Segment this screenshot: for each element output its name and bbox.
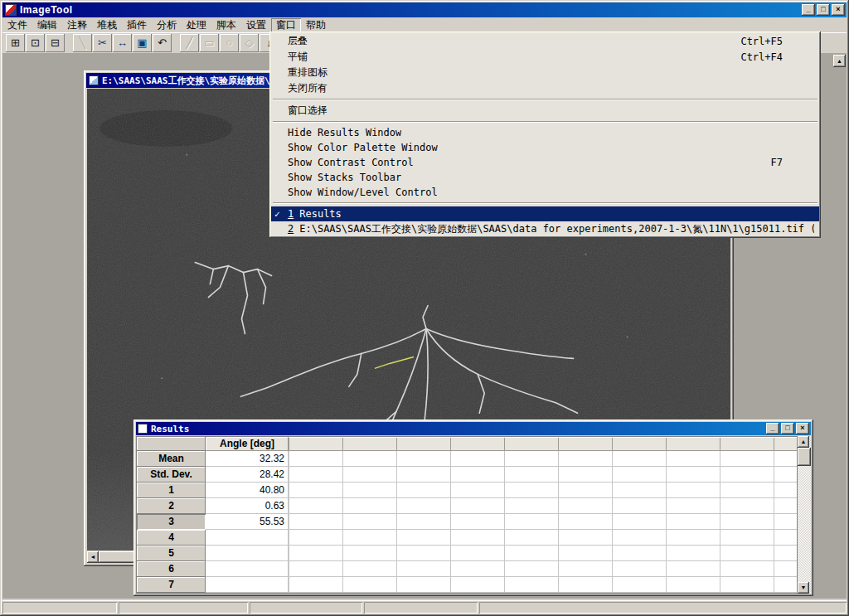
maximize-button[interactable]: □: [817, 4, 830, 16]
menu-separator: [273, 202, 817, 204]
measure-button[interactable]: ↔: [113, 34, 132, 52]
row-header-1[interactable]: 1: [137, 483, 206, 498]
scroll-thumb[interactable]: [798, 448, 811, 466]
table-row: 7: [137, 577, 797, 593]
mdi-scroll-up-button[interactable]: ▲: [833, 55, 846, 67]
print-button[interactable]: ⊟: [46, 34, 65, 52]
angle-cell[interactable]: 55.53: [206, 514, 289, 530]
menu-item-window-select[interactable]: 窗口选择: [271, 103, 819, 119]
table-row: 4: [137, 530, 797, 546]
row-header-6[interactable]: 6: [137, 561, 206, 577]
row-header-stddev[interactable]: Std. Dev.: [137, 467, 206, 483]
row-header-mean[interactable]: Mean: [137, 451, 206, 467]
menu-edit[interactable]: 编辑: [32, 18, 62, 32]
results-table: Angle [deg] Mean 32.32 Std. Dev. 28.42: [136, 436, 798, 594]
copy-page-button[interactable]: ⊡: [26, 34, 45, 52]
menu-window[interactable]: 窗口: [271, 18, 301, 32]
menu-settings[interactable]: 设置: [241, 18, 271, 32]
menu-script[interactable]: 脚本: [211, 18, 241, 32]
menu-item-show-color-palette[interactable]: Show Color Palette Window: [271, 140, 819, 155]
menu-help[interactable]: 帮助: [301, 18, 331, 32]
duplicate-image-button[interactable]: ⊞: [6, 34, 25, 52]
table-row: Mean 32.32: [137, 451, 797, 467]
status-panel: [479, 602, 847, 614]
row-header-7[interactable]: 7: [137, 577, 206, 593]
menu-process[interactable]: 处理: [182, 18, 211, 32]
angle-cell[interactable]: [206, 530, 289, 546]
angle-cell[interactable]: 32.32: [206, 451, 289, 467]
status-panel: [119, 602, 248, 614]
pencil-tool-button[interactable]: ╱: [180, 34, 199, 52]
titlebar[interactable]: ImageTool _ □ ×: [2, 2, 847, 17]
row-header-4[interactable]: 4: [137, 530, 206, 546]
menu-separator: [273, 99, 817, 100]
results-titlebar[interactable]: Results _ □ ×: [136, 422, 811, 435]
copy-button[interactable]: ▣: [133, 34, 152, 52]
table-row: 2 0.63: [137, 498, 797, 514]
table-row: 6: [137, 561, 797, 577]
minimize-button[interactable]: _: [802, 4, 815, 16]
table-row: 1 40.80: [137, 483, 797, 498]
menu-item-tile[interactable]: 平铺 Ctrl+F4: [271, 49, 819, 65]
menu-item-close-all[interactable]: 关闭所有: [271, 80, 819, 96]
scroll-down-button[interactable]: ▼: [798, 582, 809, 594]
results-maximize-button[interactable]: □: [781, 423, 794, 434]
menu-item-2-image-document[interactable]: 2 E:\SAAS\SAAS工作交接\实验原始数据\SAAS\data for …: [271, 221, 819, 236]
status-panel: [250, 602, 362, 614]
table-row: 3 55.53: [137, 514, 797, 530]
scroll-up-button[interactable]: ▲: [798, 436, 809, 448]
scroll-thumb[interactable]: [99, 551, 137, 563]
menu-item-show-stacks-toolbar[interactable]: Show Stacks Toolbar: [271, 170, 819, 185]
statusbar: [2, 600, 847, 614]
menu-stacks[interactable]: 堆栈: [92, 18, 122, 32]
results-close-button[interactable]: ×: [796, 423, 809, 434]
row-header-2[interactable]: 2: [137, 498, 206, 514]
menu-file[interactable]: 文件: [2, 18, 32, 32]
polygon-tool-button[interactable]: ◇: [240, 34, 259, 52]
menu-item-1-results[interactable]: ✓ 1 Results: [271, 206, 819, 221]
status-panel: [2, 602, 117, 614]
menu-item-hide-results-window[interactable]: Hide Results Window: [271, 125, 819, 140]
menu-analysis[interactable]: 分析: [152, 18, 182, 32]
menu-plugins[interactable]: 插件: [122, 18, 152, 32]
table-corner-cell[interactable]: [137, 437, 206, 451]
menu-annotate[interactable]: 注释: [62, 18, 92, 32]
status-panel: [364, 602, 478, 614]
table-row: Std. Dev. 28.42: [137, 467, 797, 483]
window-menu-dropdown: 层叠 Ctrl+F5 平铺 Ctrl+F4 重排图标 关闭所有 窗口选择 Hid…: [269, 32, 821, 238]
toolbar-separator: [172, 34, 179, 52]
angle-cell[interactable]: [206, 546, 289, 561]
image-document-icon: [89, 75, 99, 85]
cut-button[interactable]: ✂: [93, 34, 112, 52]
menu-separator: [273, 121, 817, 123]
angle-cell[interactable]: [206, 561, 289, 577]
undo-button[interactable]: ↶: [153, 34, 172, 52]
menu-item-arrange-icons[interactable]: 重排图标: [271, 65, 819, 80]
results-minimize-button[interactable]: _: [766, 423, 779, 434]
results-vertical-scrollbar[interactable]: ▲ ▼: [798, 436, 811, 594]
scroll-left-button[interactable]: ◄: [87, 551, 99, 563]
menu-item-cascade[interactable]: 层叠 Ctrl+F5: [271, 33, 819, 49]
angle-cell[interactable]: 28.42: [206, 467, 289, 483]
window-title: ImageTool: [20, 4, 802, 16]
menu-item-show-window-level-control[interactable]: Show Window/Level Control: [271, 185, 819, 200]
close-button[interactable]: ×: [832, 4, 845, 16]
empty-column-headers: [289, 437, 797, 451]
rectangle-tool-button[interactable]: ▭: [200, 34, 219, 52]
table-header-row: Angle [deg]: [137, 437, 797, 451]
menubar: 文件 编辑 注释 堆栈 插件 分析 处理 脚本 设置 窗口 帮助: [2, 17, 847, 32]
line-tool-button[interactable]: ╲: [73, 34, 92, 52]
results-window: Results _ □ × Angle [deg] Mean 32: [133, 420, 813, 596]
row-header-3[interactable]: 3: [137, 514, 206, 530]
angle-cell[interactable]: [206, 577, 289, 593]
row-header-5[interactable]: 5: [137, 546, 206, 561]
checkmark-icon: ✓: [274, 209, 288, 220]
toolbar-separator: [65, 34, 72, 52]
menu-item-show-contrast-control[interactable]: Show Contrast Control F7: [271, 155, 819, 170]
table-row: 5: [137, 546, 797, 561]
angle-cell[interactable]: 0.63: [206, 498, 289, 514]
angle-cell[interactable]: 40.80: [206, 483, 289, 498]
ellipse-tool-button[interactable]: ○: [220, 34, 239, 52]
angle-column-header[interactable]: Angle [deg]: [206, 437, 289, 451]
imagetool-window: ImageTool _ □ × 文件 编辑 注释 堆栈 插件 分析 处理 脚本 …: [0, 0, 849, 616]
